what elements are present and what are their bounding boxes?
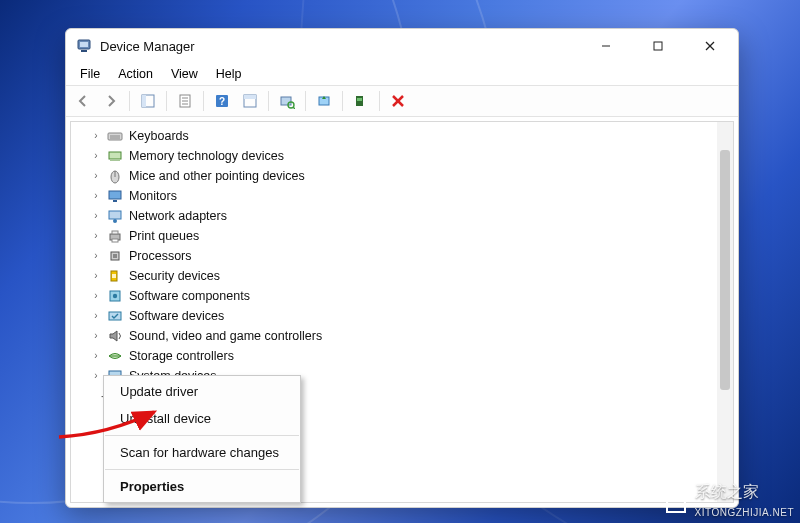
context-menu-item[interactable]: Uninstall device [104,405,300,432]
help-icon[interactable]: ? [209,88,235,114]
chevron-right-icon[interactable]: › [91,266,101,286]
tree-item[interactable]: ›Software devices [77,306,715,326]
app-icon [76,38,92,54]
svg-rect-17 [281,97,291,105]
tree-item[interactable]: ›Sound, video and game controllers [77,326,715,346]
menubar: File Action View Help [66,63,738,85]
watermark-text-url: XITONGZHIJIA.NET [695,507,795,518]
tree-item-label: Mice and other pointing devices [129,166,305,186]
svg-rect-34 [109,211,121,219]
context-menu-item[interactable]: Properties [104,473,300,500]
chevron-right-icon[interactable]: › [91,346,101,366]
svg-rect-37 [112,231,118,234]
sound-icon [107,328,123,344]
tree-item[interactable]: ›Storage controllers [77,346,715,366]
mouse-icon [107,168,123,184]
tree-item-label: Print queues [129,226,199,246]
network-icon [107,208,123,224]
svg-point-44 [113,294,117,298]
watermark-icon [663,488,689,514]
uninstall-icon[interactable] [348,88,374,114]
update-driver-icon[interactable] [311,88,337,114]
monitor-icon [107,188,123,204]
chevron-right-icon[interactable]: › [91,186,101,206]
svg-text:?: ? [219,96,225,107]
chevron-right-icon[interactable]: › [91,226,101,246]
tree-item[interactable]: ›Memory technology devices [77,146,715,166]
titlebar: Device Manager [66,29,738,63]
minimize-button[interactable] [584,31,628,61]
chevron-right-icon[interactable]: › [91,246,101,266]
nav-back-icon[interactable] [70,88,96,114]
tree-item-label: Network adapters [129,206,227,226]
printer-icon [107,228,123,244]
toolbar-separator [305,91,306,111]
memory-icon [107,148,123,164]
menu-view[interactable]: View [163,65,206,83]
tree-item[interactable]: ›Network adapters [77,206,715,226]
toolbar-separator [203,91,204,111]
security-icon [107,268,123,284]
show-hide-tree-icon[interactable] [135,88,161,114]
toolbar-separator [129,91,130,111]
svg-rect-22 [357,98,362,101]
chevron-right-icon[interactable]: › [91,126,101,146]
tree-item[interactable]: ›Mice and other pointing devices [77,166,715,186]
toolbar: ? [66,85,738,117]
toolbar-separator [379,91,380,111]
svg-rect-28 [109,152,121,159]
tree-item[interactable]: ›Monitors [77,186,715,206]
tree-item[interactable]: ›Security devices [77,266,715,286]
tree-item-label: Storage controllers [129,346,234,366]
software-component-icon [107,288,123,304]
tree-item[interactable]: ›Processors [77,246,715,266]
scan-hardware-icon[interactable] [274,88,300,114]
scrollbar-thumb[interactable] [720,150,730,390]
menu-help[interactable]: Help [208,65,250,83]
svg-rect-2 [81,50,87,52]
context-menu-item[interactable]: Update driver [104,378,300,405]
menu-action[interactable]: Action [110,65,161,83]
menu-file[interactable]: File [72,65,108,83]
context-menu-separator [105,435,299,436]
chevron-right-icon[interactable]: › [91,166,101,186]
svg-rect-8 [142,95,146,107]
chevron-right-icon[interactable]: › [91,146,101,166]
tree-item[interactable]: ›Keyboards [77,126,715,146]
tree-item-label: Sound, video and game controllers [129,326,322,346]
svg-line-19 [293,107,295,109]
tree-item-label: Security devices [129,266,220,286]
context-menu-item[interactable]: Scan for hardware changes [104,439,300,466]
svg-rect-4 [654,42,662,50]
disable-device-icon[interactable] [385,88,411,114]
tree-item[interactable]: ›Software components [77,286,715,306]
tree-item-label: Software components [129,286,250,306]
tree-item-label: Monitors [129,186,177,206]
chevron-right-icon[interactable]: › [91,286,101,306]
svg-rect-1 [80,42,88,47]
watermark: 系统之家 XITONGZHIJIA.NET [663,482,795,519]
chevron-right-icon[interactable]: › [91,306,101,326]
tree-item-label: Memory technology devices [129,146,284,166]
action-icon[interactable] [237,88,263,114]
chevron-right-icon[interactable]: › [91,366,101,386]
nav-forward-icon[interactable] [98,88,124,114]
tree-item[interactable]: ›Print queues [77,226,715,246]
chevron-right-icon[interactable]: › [91,326,101,346]
tree-item-label: Processors [129,246,192,266]
close-button[interactable] [688,31,732,61]
chevron-right-icon[interactable]: › [91,206,101,226]
svg-rect-32 [109,191,121,199]
toolbar-separator [342,91,343,111]
watermark-text-cn: 系统之家 [695,483,759,500]
context-menu: Update driverUninstall deviceScan for ha… [103,375,301,503]
toolbar-separator [166,91,167,111]
properties-icon[interactable] [172,88,198,114]
context-menu-separator [105,469,299,470]
svg-rect-40 [113,254,117,258]
toolbar-separator [268,91,269,111]
vertical-scrollbar[interactable] [717,122,733,502]
storage-icon [107,348,123,364]
maximize-button[interactable] [636,31,680,61]
svg-rect-29 [110,159,120,161]
